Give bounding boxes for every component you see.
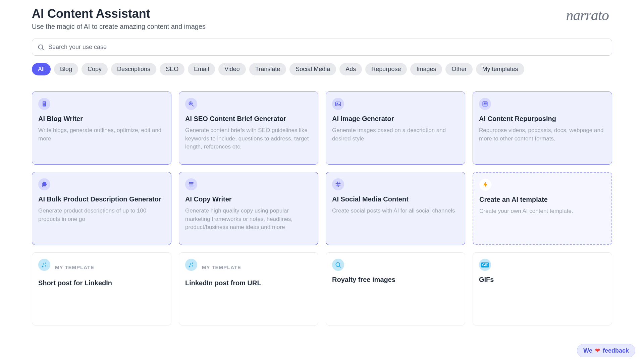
filter-chip-seo[interactable]: SEO — [160, 63, 184, 75]
card-description: Generate product descriptions of up to 1… — [38, 207, 165, 223]
search-icon — [332, 259, 344, 271]
card-gifs[interactable]: GIFGIFs — [473, 252, 612, 325]
card-title: Royalty free images — [332, 276, 459, 284]
card-ai-copy-writer[interactable]: AI Copy WriterGenerate high quality copy… — [179, 172, 318, 245]
card-description: Repurpose videos, podcasts, docs, webpag… — [479, 126, 606, 143]
header: AI Content Assistant Use the magic of AI… — [32, 7, 612, 31]
card-ai-image-generator[interactable]: AI Image GeneratorGenerate images based … — [326, 92, 465, 165]
filter-chip-translate[interactable]: Translate — [249, 63, 286, 75]
gif-icon: GIF — [479, 259, 491, 271]
card-title: Short post for LinkedIn — [38, 279, 165, 287]
card-description: Write blogs, generate outlines, optimize… — [38, 126, 165, 143]
card-royalty-free-images[interactable]: Royalty free images — [326, 252, 465, 325]
card-description: Generate high quality copy using popular… — [185, 207, 312, 232]
card-ai-bulk-product-description-generator[interactable]: AI Bulk Product Description GeneratorGen… — [32, 172, 171, 245]
filter-chip-descriptions[interactable]: Descriptions — [111, 63, 156, 75]
svg-point-28 — [192, 266, 193, 266]
card-title: AI SEO Content Brief Generator — [185, 115, 312, 123]
card-title: LinkedIn post from URL — [185, 279, 312, 287]
card-title: AI Copy Writer — [185, 195, 312, 203]
my-template-badge: MY TEMPLATE — [202, 264, 241, 270]
filter-chip-email[interactable]: Email — [188, 63, 215, 75]
card-linkedin-post-from-url[interactable]: MY TEMPLATELinkedIn post from URL — [179, 252, 318, 325]
my-template-badge: MY TEMPLATE — [55, 264, 94, 270]
svg-rect-13 — [484, 103, 485, 104]
card-description: Generate content briefs with SEO guideli… — [185, 126, 312, 151]
svg-point-25 — [45, 263, 46, 263]
filter-chip-all[interactable]: All — [32, 63, 51, 75]
filter-chip-images[interactable]: Images — [410, 63, 442, 75]
card-ai-content-repurposing[interactable]: AI Content RepurposingRepurpose videos, … — [473, 92, 612, 165]
lines-icon — [185, 178, 197, 190]
card-ai-seo-content-brief-generator[interactable]: AI SEO Content Brief GeneratorGenerate c… — [179, 92, 318, 165]
sparkle-icon — [185, 259, 197, 271]
card-title: AI Blog Writer — [38, 115, 165, 123]
card-title: AI Content Repurposing — [479, 115, 606, 123]
filter-chip-other[interactable]: Other — [445, 63, 473, 75]
filter-chip-ads[interactable]: Ads — [339, 63, 362, 75]
hash-icon — [332, 178, 344, 190]
document-icon — [38, 98, 50, 110]
svg-line-24 — [339, 182, 339, 187]
svg-line-23 — [337, 182, 338, 187]
svg-line-1 — [42, 49, 44, 50]
svg-line-30 — [339, 266, 341, 267]
svg-point-26 — [45, 266, 46, 266]
files-icon — [38, 178, 50, 190]
magnifier-plus-icon — [185, 98, 197, 110]
svg-point-0 — [39, 45, 43, 49]
card-description: Generate images based on a description a… — [332, 126, 459, 143]
card-short-post-for-linkedin[interactable]: MY TEMPLATEShort post for LinkedIn — [32, 252, 171, 325]
page-title: AI Content Assistant — [32, 7, 206, 21]
filter-chip-blog[interactable]: Blog — [54, 63, 78, 75]
image-icon — [332, 98, 344, 110]
card-title: AI Bulk Product Description Generator — [38, 195, 165, 203]
search-icon — [37, 44, 45, 51]
search-bar — [32, 39, 612, 56]
card-title: Create an AI template — [479, 195, 605, 204]
logo: narrato — [566, 7, 612, 24]
cards-grid: AI Blog WriterWrite blogs, generate outl… — [32, 92, 612, 325]
card-description: Create social posts with AI for all soci… — [332, 207, 459, 215]
search-input[interactable] — [32, 39, 612, 56]
card-create-an-ai-template[interactable]: Create an AI templateCreate your own AI … — [473, 172, 612, 245]
card-ai-blog-writer[interactable]: AI Blog WriterWrite blogs, generate outl… — [32, 92, 171, 165]
filter-chip-video[interactable]: Video — [218, 63, 246, 75]
sparkle-icon — [38, 259, 50, 271]
card-title: AI Social Media Content — [332, 195, 459, 203]
card-title: AI Image Generator — [332, 115, 459, 123]
card-ai-social-media-content[interactable]: AI Social Media ContentCreate social pos… — [326, 172, 465, 245]
filter-chip-my-templates[interactable]: My templates — [476, 63, 524, 75]
svg-line-7 — [192, 105, 194, 106]
filter-chip-copy[interactable]: Copy — [82, 63, 108, 75]
card-title: GIFs — [479, 276, 606, 284]
filter-chips: AllBlogCopyDescriptionsSEOEmailVideoTran… — [32, 63, 612, 75]
newspaper-icon — [479, 98, 491, 110]
filter-chip-social-media[interactable]: Social Media — [289, 63, 336, 75]
page-subtitle: Use the magic of AI to create amazing co… — [32, 23, 206, 31]
card-description: Create your own AI content template. — [479, 207, 605, 216]
filter-chip-repurpose[interactable]: Repurpose — [365, 63, 407, 75]
bolt-icon — [479, 179, 491, 191]
svg-point-27 — [192, 263, 193, 263]
